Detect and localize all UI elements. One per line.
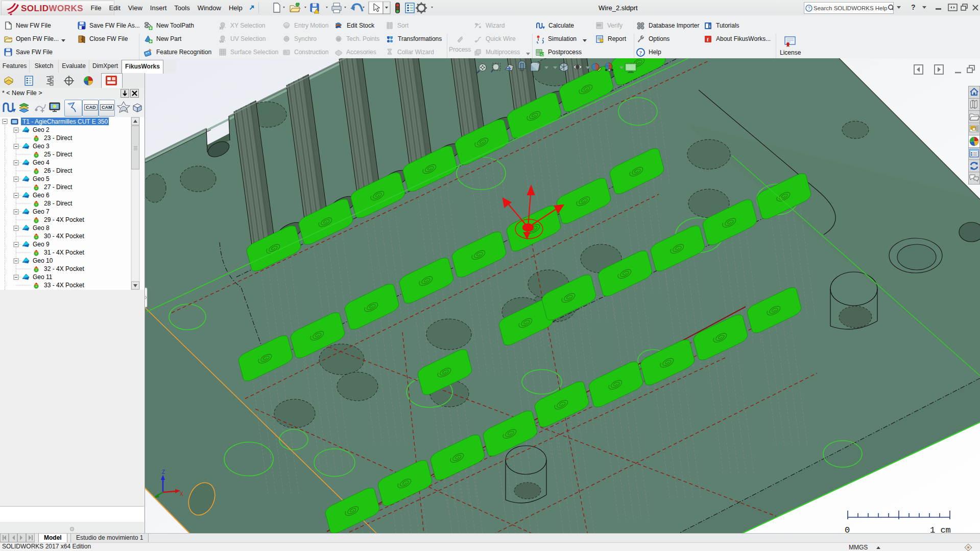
svg-text:1 cm: 1 cm bbox=[930, 525, 951, 533]
svg-text:26 - Direct: 26 - Direct bbox=[44, 167, 73, 174]
svg-text:30 - 4X Pocket: 30 - 4X Pocket bbox=[44, 233, 84, 240]
svg-text:28 - Direct: 28 - Direct bbox=[44, 200, 73, 207]
svg-text:Geo 6: Geo 6 bbox=[33, 192, 50, 199]
svg-text:f: f bbox=[707, 36, 709, 42]
svg-text:?: ? bbox=[639, 50, 642, 56]
svg-text:32 - 4X Pocket: 32 - 4X Pocket bbox=[44, 265, 84, 272]
svg-text:27 - Direct: 27 - Direct bbox=[44, 183, 73, 191]
svg-text:Geo 5: Geo 5 bbox=[33, 175, 50, 182]
svg-text:Geo 11: Geo 11 bbox=[33, 273, 53, 281]
svg-text:M: M bbox=[337, 37, 340, 41]
svg-text:0: 0 bbox=[845, 525, 850, 533]
svg-text:29 - 4X Pocket: 29 - 4X Pocket bbox=[44, 216, 84, 223]
svg-text:Geo 8: Geo 8 bbox=[33, 224, 50, 232]
svg-text:X: X bbox=[180, 491, 183, 497]
svg-text:Geo 4: Geo 4 bbox=[33, 159, 50, 166]
svg-text:T1 - AgieCharmilles CUT E 350: T1 - AgieCharmilles CUT E 350 bbox=[22, 118, 108, 125]
svg-text:?: ? bbox=[808, 6, 810, 11]
svg-text:31 - 4X Pocket: 31 - 4X Pocket bbox=[44, 249, 84, 256]
svg-text:Geo 3: Geo 3 bbox=[33, 143, 50, 150]
svg-text:Geo 2: Geo 2 bbox=[33, 126, 50, 133]
svg-text:Z: Z bbox=[162, 469, 165, 475]
svg-text:33 - 4X Pocket: 33 - 4X Pocket bbox=[44, 282, 84, 289]
svg-text:GO: GO bbox=[597, 24, 601, 27]
svg-text:UV: UV bbox=[220, 40, 224, 43]
svg-text:XY: XY bbox=[220, 27, 224, 30]
svg-text:Geo 7: Geo 7 bbox=[33, 208, 50, 215]
svg-text:25 - Direct: 25 - Direct bbox=[44, 151, 73, 158]
svg-text:x2: x2 bbox=[540, 53, 544, 56]
svg-text:Geo 10: Geo 10 bbox=[33, 257, 53, 264]
svg-text:Geo 9: Geo 9 bbox=[33, 241, 50, 248]
svg-text:23 - Direct: 23 - Direct bbox=[44, 134, 73, 142]
